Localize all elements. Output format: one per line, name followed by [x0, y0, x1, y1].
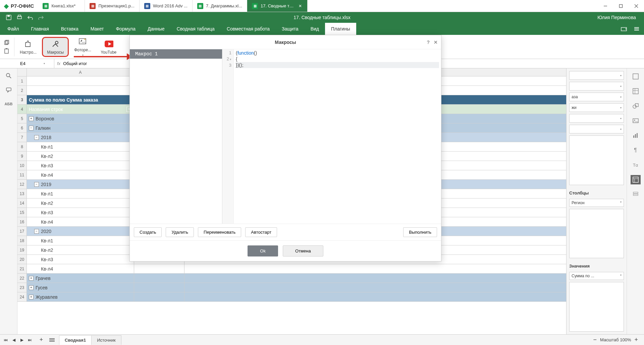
menu-item[interactable]: Данные — [142, 23, 171, 35]
chart-settings-icon[interactable] — [631, 131, 641, 140]
spellcheck-icon[interactable]: АБВ — [4, 100, 13, 108]
cell-settings-icon[interactable] — [631, 72, 641, 81]
youtube-button[interactable]: YouTube — [97, 37, 120, 57]
image-settings-icon[interactable] — [631, 116, 641, 125]
paste-icon[interactable] — [3, 48, 11, 54]
copy-icon[interactable] — [3, 40, 11, 46]
open-location-icon[interactable] — [620, 25, 628, 33]
delete-button[interactable]: Удалить — [166, 227, 194, 237]
print-icon[interactable] — [14, 13, 25, 22]
row-header[interactable]: 20 — [17, 255, 27, 264]
minimize-button[interactable] — [598, 0, 613, 12]
sheet-prev-icon[interactable]: ◀ — [10, 336, 17, 344]
select-all-corner[interactable] — [17, 68, 27, 76]
macros-button[interactable]: Макросы — [42, 37, 69, 57]
file-tab[interactable]: ▦ Презентация1.p... — [85, 0, 139, 12]
menu-item[interactable]: Вид — [305, 23, 325, 35]
cell[interactable]: Названия строк▼ — [27, 105, 134, 114]
user-name[interactable]: Юлия Перминова — [597, 15, 641, 20]
cancel-button[interactable]: Отмена — [283, 245, 323, 256]
cell[interactable]: −2018 — [27, 133, 134, 142]
name-box-input[interactable] — [20, 61, 44, 66]
table-row[interactable]: 21 Кв-л4 — [17, 264, 566, 274]
cell[interactable]: +Гусев — [27, 283, 134, 292]
menu-item[interactable]: Защита — [276, 23, 305, 35]
autostart-button[interactable]: Автостарт — [245, 227, 277, 237]
fx-label[interactable]: fx — [54, 61, 63, 66]
search-icon[interactable] — [4, 72, 13, 80]
close-button[interactable] — [629, 0, 644, 12]
rename-button[interactable]: Переименовать — [198, 227, 241, 237]
cell[interactable]: −2020 — [27, 227, 134, 236]
table-row[interactable]: 23 +Гусев — [17, 283, 566, 292]
cell[interactable]: Сумма по полю Сумма заказа — [27, 95, 134, 104]
expand-icon[interactable]: − — [29, 126, 34, 130]
row-header[interactable]: 16 — [17, 217, 27, 226]
file-tab[interactable]: ▦ 17. Сводные та... ✕ — [247, 0, 308, 12]
file-tab[interactable]: ▦ Word 2016 Adv ... — [140, 0, 193, 12]
macro-list[interactable]: Макрос 1 — [130, 49, 222, 224]
menu-item[interactable]: Файл — [1, 23, 25, 35]
cell[interactable]: Кв-л3 — [27, 161, 134, 170]
photo-editor-button[interactable]: Фоторе...▾ — [70, 37, 95, 57]
values-box[interactable] — [569, 282, 624, 332]
cell[interactable]: +Воронов — [27, 114, 134, 123]
menu-item[interactable]: Главная — [25, 23, 55, 35]
cell[interactable]: Кв-л1 — [27, 189, 134, 198]
sheet-first-icon[interactable]: ⏮ — [2, 336, 9, 344]
cell[interactable]: Кв-л2 — [27, 245, 134, 254]
add-sheet-button[interactable]: + — [38, 336, 45, 344]
cell[interactable]: Кв-л3 — [27, 208, 134, 217]
cell[interactable] — [134, 292, 184, 301]
file-tab[interactable]: ▦ Книга1.xlsx* — [38, 0, 85, 12]
row-header[interactable]: 6 — [17, 123, 27, 132]
panel-select-6[interactable]: ▾ — [569, 125, 624, 133]
values-item[interactable]: Сумма по ...▾ — [569, 272, 624, 280]
undo-icon[interactable] — [25, 13, 36, 22]
sheet-list-button[interactable] — [48, 336, 56, 344]
shape-settings-icon[interactable] — [631, 101, 641, 111]
columns-item[interactable]: Регион▾ — [569, 199, 624, 207]
row-header[interactable]: 3 — [17, 95, 27, 104]
menu-item[interactable]: Совместная работа — [221, 23, 276, 35]
slicer-settings-icon[interactable] — [631, 190, 641, 199]
expand-icon[interactable]: + — [29, 116, 34, 121]
create-button[interactable]: Создать — [134, 227, 162, 237]
row-header[interactable]: 13 — [17, 189, 27, 198]
code-editor[interactable]: 12▾3 (function() { })(); — [222, 49, 441, 224]
comments-icon[interactable] — [4, 86, 13, 94]
row-header[interactable]: 15 — [17, 208, 27, 217]
macro-list-item[interactable]: Макрос 1 — [130, 49, 222, 59]
plugin-settings-button[interactable]: Настро... — [16, 37, 41, 57]
redo-icon[interactable] — [36, 13, 46, 22]
save-icon[interactable] — [3, 13, 14, 22]
expand-icon[interactable]: − — [34, 135, 39, 140]
cell[interactable]: −Галкин — [27, 123, 134, 132]
cell[interactable]: Кв-л3 — [27, 255, 134, 264]
row-header[interactable]: 22 — [17, 274, 27, 283]
close-icon[interactable]: ✕ — [434, 40, 438, 45]
menu-item[interactable]: Плагины — [325, 23, 356, 35]
row-header[interactable]: 2 — [17, 86, 27, 95]
pivot-settings-icon[interactable] — [631, 175, 641, 184]
name-box[interactable]: ▾ — [17, 59, 54, 68]
cell[interactable]: +Грачев — [27, 274, 134, 283]
help-icon[interactable]: ? — [427, 40, 430, 45]
cell[interactable] — [134, 283, 184, 292]
menu-item[interactable]: Вставка — [55, 23, 85, 35]
panel-fields-box[interactable] — [569, 135, 624, 185]
ok-button[interactable]: Ok — [248, 245, 278, 256]
textart-settings-icon[interactable]: Tα — [631, 160, 641, 170]
row-header[interactable]: 9 — [17, 152, 27, 161]
sheet-last-icon[interactable]: ⏭ — [26, 336, 34, 344]
expand-icon[interactable]: + — [29, 285, 34, 290]
cell[interactable]: Кв-л1 — [27, 142, 134, 151]
zoom-out-button[interactable]: − — [593, 336, 597, 343]
menu-item[interactable]: Формула — [110, 23, 142, 35]
run-button[interactable]: Выполнить — [403, 227, 437, 237]
menu-item[interactable]: Сводная таблица — [171, 23, 221, 35]
row-header[interactable]: 18 — [17, 236, 27, 245]
expand-icon[interactable]: + — [29, 295, 34, 299]
row-header[interactable]: 21 — [17, 264, 27, 273]
row-header[interactable]: 4 — [17, 105, 27, 114]
